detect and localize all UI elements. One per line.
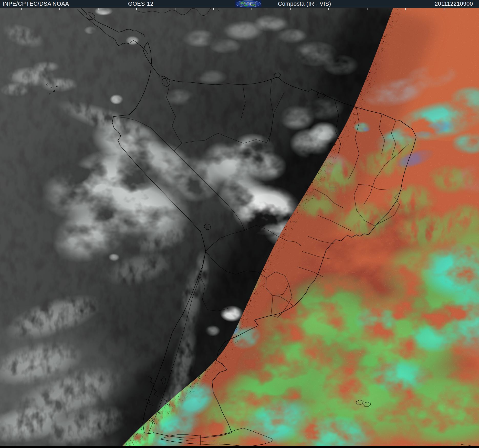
- header-bar: INPE/CPTEC/DSA NOAA GOES-12 CPTEC Compos…: [0, 0, 479, 8]
- bottom-edge-bar: [0, 446, 479, 448]
- cptec-logo-text: CPTEC: [239, 1, 257, 7]
- noaa-label: NOAA: [53, 1, 69, 8]
- satellite-product-window: INPE/CPTEC/DSA NOAA GOES-12 CPTEC Compos…: [0, 0, 479, 448]
- product-label: Composta (IR - VIS): [278, 1, 331, 8]
- satellite-composite-image: [0, 0, 479, 448]
- cptec-logo-icon: CPTEC: [235, 0, 261, 7]
- agency-label: INPE/CPTEC/DSA: [3, 1, 51, 8]
- satellite-label: GOES-12: [128, 1, 153, 8]
- timestamp-label: 201112210900: [435, 1, 473, 8]
